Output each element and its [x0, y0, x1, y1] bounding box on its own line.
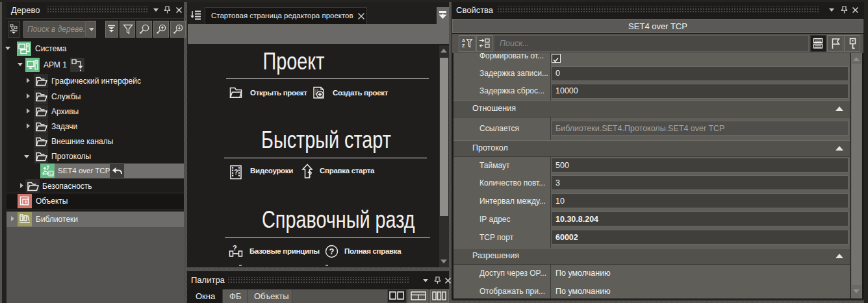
svg-text:?: ? [233, 245, 237, 252]
svg-text:?: ? [307, 170, 312, 179]
svg-text:?: ? [329, 247, 335, 256]
svg-text:12: 12 [49, 172, 54, 176]
svg-text:?: ? [234, 169, 238, 176]
svg-text:Z: Z [462, 43, 465, 48]
svg-text:A: A [462, 38, 465, 43]
